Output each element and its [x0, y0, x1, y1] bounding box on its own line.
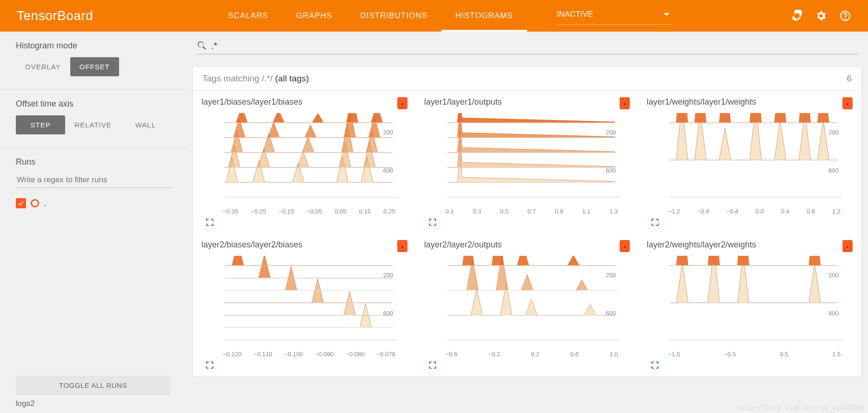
histogram-card: layer2/biases/layer2/biases 200600 −0.12… [193, 233, 416, 376]
tab-scalars[interactable]: SCALARS [214, 0, 282, 32]
run-color-badge[interactable] [842, 240, 853, 252]
x-axis-labels: −0.35−0.25−0.15−0.050.050.150.25 [223, 208, 395, 215]
run-row: . [16, 198, 170, 208]
expand-icon[interactable] [428, 363, 437, 371]
svg-marker-50 [670, 256, 837, 266]
histogram-chart[interactable]: 200600 [652, 113, 847, 206]
histogram-grid: layer1/biases/layer1/biases 200600 −0.35… [193, 91, 861, 377]
histogram-chart[interactable]: 200600 [207, 256, 402, 349]
svg-marker-18 [447, 113, 614, 138]
run-color-badge[interactable] [397, 97, 407, 109]
tag-search-input[interactable] [211, 40, 858, 51]
chevron-down-icon [664, 13, 669, 16]
svg-marker-32 [225, 279, 392, 303]
x-axis-labels: 0.10.30.50.70.91.11.3 [446, 208, 618, 215]
tags-suffix: (all tags) [275, 73, 309, 83]
y-axis-labels: 200600 [383, 113, 407, 190]
histogram-card: layer1/layer1/outputs 200600 0.10.30.50.… [416, 91, 639, 233]
run-color-badge[interactable] [620, 240, 630, 252]
nav-tabs: SCALARSGRAPHSDISTRIBUTIONSHISTOGRAMS [214, 0, 527, 32]
tab-graphs[interactable]: GRAPHS [282, 0, 347, 32]
expand-icon[interactable] [428, 220, 437, 228]
tag-search-row [196, 40, 858, 54]
divider [0, 89, 186, 90]
run-label: . [44, 199, 46, 208]
divider [0, 147, 186, 148]
runs-filter-input[interactable] [16, 173, 170, 188]
expand-icon[interactable] [205, 220, 214, 228]
app-header: TensorBoard SCALARSGRAPHSDISTRIBUTIONSHI… [0, 0, 868, 32]
run-color-badge[interactable] [397, 240, 407, 252]
card-title: layer2/layer2/outputs [424, 240, 502, 250]
card-title: layer2/weights/layer2/weights [647, 240, 756, 250]
tags-count: 6 [847, 73, 852, 84]
refresh-icon[interactable] [791, 10, 803, 22]
x-axis-labels: −1.5−0.50.51.5 [668, 351, 841, 358]
run-radio[interactable] [31, 199, 39, 207]
svg-marker-7 [225, 113, 392, 138]
sidebar: Histogram mode OVERLAY OFFSET Offset tim… [0, 32, 186, 413]
expand-icon[interactable] [650, 363, 660, 371]
card-title: layer1/biases/layer1/biases [201, 97, 302, 107]
histogram-mode-title: Histogram mode [16, 41, 170, 51]
tab-histograms[interactable]: HISTOGRAMS [441, 0, 527, 32]
histogram-chart[interactable]: 200600 [652, 256, 847, 349]
tab-distributions[interactable]: DISTRIBUTIONS [346, 0, 441, 32]
runs-title: Runs [16, 157, 170, 167]
x-axis-labels: −0.6−0.20.20.61.0 [446, 351, 618, 358]
y-axis-labels: 200600 [828, 256, 852, 333]
y-axis-labels: 200600 [606, 113, 629, 190]
app-logo: TensorBoard [17, 8, 93, 23]
main-panel: Tags matching /.*/ (all tags) 6 layer1/b… [186, 32, 868, 413]
histogram-card: layer2/layer2/outputs 200600 −0.6−0.20.2… [416, 233, 639, 376]
axis-step-button[interactable]: STEP [16, 115, 65, 134]
histogram-card: layer1/biases/layer1/biases 200600 −0.35… [193, 91, 416, 233]
axis-relative-button[interactable]: RELATIVE [65, 115, 120, 134]
tags-prefix: Tags matching /.*/ [202, 73, 275, 83]
svg-marker-28 [225, 304, 392, 328]
mode-overlay-button[interactable]: OVERLAY [16, 57, 70, 76]
svg-marker-20 [447, 113, 614, 123]
gear-icon[interactable] [815, 10, 827, 22]
y-axis-labels: 200600 [383, 256, 407, 333]
run-checkbox[interactable] [16, 198, 26, 208]
logs-path-label: logs2 [16, 399, 170, 408]
svg-marker-25 [670, 113, 837, 123]
card-title: layer1/weights/layer1/weights [647, 97, 756, 107]
x-axis-labels: −0.120−0.110−0.100−0.090−0.080−0.070 [223, 351, 395, 358]
svg-marker-34 [225, 266, 392, 291]
tags-matching-bar[interactable]: Tags matching /.*/ (all tags) 6 [193, 67, 861, 91]
histogram-chart[interactable]: 200600 [430, 256, 625, 349]
svg-marker-5 [225, 124, 392, 153]
svg-marker-45 [447, 256, 614, 266]
card-title: layer1/layer1/outputs [424, 97, 502, 107]
histogram-card: layer2/weights/layer2/weights 200600 −1.… [638, 233, 861, 376]
inactive-dropdown[interactable]: INACTIVE [555, 7, 671, 25]
svg-marker-38 [225, 256, 392, 266]
offset-axis-title: Offset time axis [16, 99, 170, 109]
header-icons [791, 10, 851, 22]
axis-wall-button[interactable]: WALL [121, 115, 170, 134]
search-icon [196, 40, 207, 51]
svg-marker-9 [225, 113, 392, 123]
svg-marker-36 [225, 256, 392, 278]
histogram-card: layer1/weights/layer1/weights 200600 −1.… [638, 91, 861, 233]
expand-icon[interactable] [205, 363, 214, 371]
card-title: layer2/biases/layer2/biases [201, 240, 302, 250]
inactive-label: INACTIVE [557, 10, 593, 19]
toggle-all-runs-button[interactable]: TOGGLE ALL RUNS [16, 376, 170, 395]
mode-offset-button[interactable]: OFFSET [70, 57, 119, 76]
y-axis-labels: 200600 [606, 256, 629, 333]
x-axis-labels: −1.2−0.8−0.40.00.40.81.2 [668, 208, 841, 215]
histogram-mode-toggle: OVERLAY OFFSET [16, 57, 170, 76]
histogram-chart[interactable]: 200600 [430, 113, 625, 206]
y-axis-labels: 200600 [828, 113, 852, 190]
expand-icon[interactable] [650, 220, 660, 228]
run-color-badge[interactable] [842, 97, 853, 109]
offset-axis-toggle: STEP RELATIVE WALL [16, 115, 170, 134]
help-icon[interactable] [839, 10, 851, 22]
histogram-chart[interactable]: 200600 [207, 113, 402, 206]
run-color-badge[interactable] [620, 97, 630, 109]
